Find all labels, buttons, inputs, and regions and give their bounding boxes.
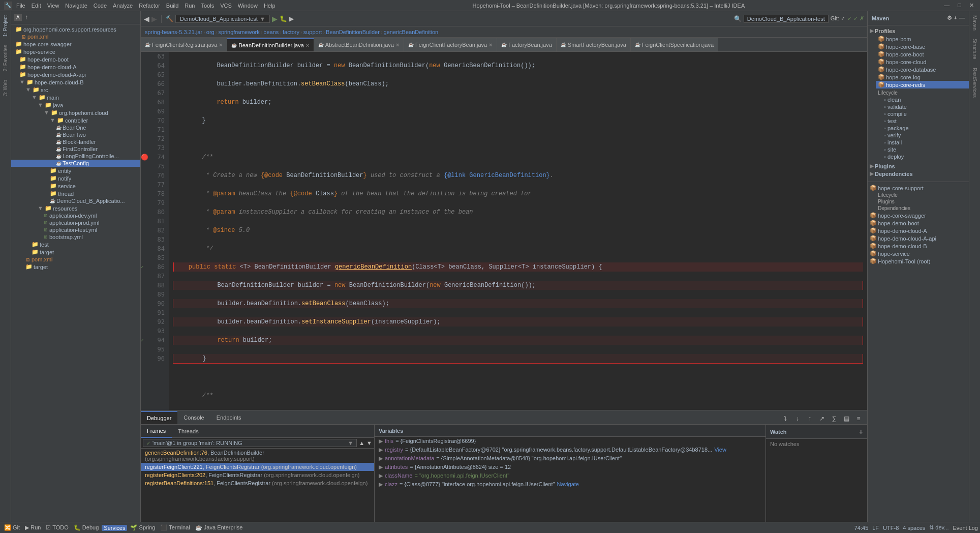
tree-item-resources[interactable]: ▼ 📁 resources	[11, 204, 140, 212]
tab-endpoints[interactable]: Endpoints	[210, 411, 248, 424]
breadcrumb-beans[interactable]: beans	[263, 29, 279, 35]
threads-tab[interactable]: Threads	[172, 425, 204, 438]
tree-item-beantwo[interactable]: ☕ BeanTwo	[11, 131, 140, 138]
debug-step-into[interactable]: ↓	[792, 413, 803, 424]
maven-demo-cloud-a-api[interactable]: 📦hope-demo-cloud-A-api	[868, 234, 969, 242]
maven-hope-core-database[interactable]: 📦hope-core-database	[876, 66, 969, 73]
maven-hope-core-support[interactable]: 📦hope-core-support	[868, 184, 969, 192]
bottom-tabs[interactable]: Debugger Console Endpoints ⤵ ↓ ↑ ↗ ∑ ▤ ≡	[141, 410, 867, 425]
toolbar-back[interactable]: ◀	[144, 15, 149, 23]
lifecycle-clean[interactable]: ◦ clean	[882, 96, 969, 103]
lifecycle-validate[interactable]: ◦ validate	[882, 103, 969, 110]
menu-vcs[interactable]: VCS	[220, 3, 232, 9]
tree-item-beanone[interactable]: ☕ BeanOne	[11, 124, 140, 131]
maven-tree[interactable]: ▶ Profiles 📦hope-bom 📦hope-core-base 📦ho…	[868, 25, 969, 522]
frames-list[interactable]: genericBeanDefinition:76, BeanDefinition…	[141, 449, 374, 522]
tree-item-test[interactable]: 📁 test	[11, 241, 140, 248]
event-log[interactable]: Event Log	[953, 525, 978, 531]
menu-code[interactable]: Code	[94, 3, 107, 9]
tab-feign-registrar[interactable]: ☕ FeignClientsRegistrar.java ✕	[141, 38, 227, 51]
tree-item-pom-2[interactable]: 🗎 pom.xml	[11, 256, 140, 263]
thread-selector[interactable]: ✓ 'main'@1 in group 'main': RUNNING ▼	[143, 439, 357, 447]
var-annotation-metadata[interactable]: ▶ annotationMetadata = {SimpleAnnotation…	[375, 454, 765, 463]
maven-profiles-section[interactable]: ▶ Profiles	[868, 26, 969, 35]
lifecycle-site[interactable]: ◦ site	[882, 146, 969, 153]
close-tab-4[interactable]: ✕	[488, 42, 493, 48]
var-clazz[interactable]: ▶ clazz = {Class@8777} "interface org.ho…	[375, 480, 765, 489]
file-tabs[interactable]: ☕ FeignClientsRegistrar.java ✕ ☕ BeanDef…	[141, 38, 867, 52]
lifecycle-verify[interactable]: ◦ verify	[882, 132, 969, 139]
core-support-lifecycle[interactable]: Lifecycle	[876, 192, 969, 198]
close-tab-2[interactable]: ✕	[305, 43, 310, 48]
frames-tab[interactable]: Frames	[141, 425, 172, 438]
run-button[interactable]: ▶	[272, 15, 278, 23]
menu-file[interactable]: File	[16, 3, 25, 9]
menu-edit[interactable]: Edit	[32, 3, 41, 9]
tab-debugger[interactable]: Debugger	[141, 411, 177, 424]
tree-item-blockhandler[interactable]: ☕ BlockHandler	[11, 138, 140, 145]
tree-item-support-resources[interactable]: 📁 org.hopehomi.core.support.resources	[11, 25, 140, 33]
debug-step-over[interactable]: ⤵	[780, 413, 791, 424]
var-this[interactable]: ▶ this = {FeignClientsRegistrar@6699}	[375, 437, 765, 446]
tab-feign-factory-bean[interactable]: ☕ FeignClientFactoryBean.java ✕	[404, 38, 497, 51]
tree-item-bootstrap[interactable]: 🗎 bootstrap.yml	[11, 233, 140, 241]
menu-analyze[interactable]: Analyze	[113, 3, 133, 9]
breadcrumb-method[interactable]: genericBeanDefinition	[384, 29, 439, 35]
debug-step-out[interactable]: ↑	[804, 413, 815, 424]
toolbar-services[interactable]: Services	[102, 525, 127, 531]
tree-item-thread[interactable]: 📁 thread	[11, 190, 140, 197]
lifecycle-test[interactable]: ◦ test	[882, 117, 969, 125]
vertical-tabs-right[interactable]: Maven Structure RestServices	[969, 11, 980, 522]
tree-item-app-prod[interactable]: 🗎 application-prod.yml	[11, 219, 140, 226]
var-attributes[interactable]: ▶ attributes = {AnnotationAttributes@862…	[375, 463, 765, 471]
tab-bean-definition-builder[interactable]: ☕ BeanDefinitionBuilder.java ✕	[227, 38, 314, 51]
frame-item-2[interactable]: registerFeignClient:221, FeignClientsReg…	[141, 463, 374, 471]
core-support-dependencies[interactable]: Dependencies	[876, 205, 969, 212]
tree-item-src[interactable]: ▼ 📁 src	[11, 86, 140, 94]
breadcrumb-jar[interactable]: spring-beans-5.3.21.jar	[145, 29, 202, 35]
toolbar-debug[interactable]: 🐛 Debug	[72, 524, 101, 531]
menu-refactor[interactable]: Refactor	[139, 3, 160, 9]
tab-console[interactable]: Console	[177, 411, 210, 424]
maven-demo-cloud-a[interactable]: 📦hope-demo-cloud-A	[868, 227, 969, 234]
variables-list[interactable]: ▶ this = {FeignClientsRegistrar@6699} ▶ …	[375, 437, 765, 522]
tab-structure-vert[interactable]: Structure	[970, 35, 979, 64]
maven-hope-core-redis[interactable]: 📦hope-core-redis	[876, 81, 969, 88]
toolbar-terminal[interactable]: ⬛ Terminal	[158, 524, 192, 531]
tree-item-demo-cloud-a-api[interactable]: 📁 hope-demo-cloud-A-api	[11, 71, 140, 78]
maven-hope-core-boot[interactable]: 📦hope-core-boot	[876, 50, 969, 58]
menu-help[interactable]: Help	[264, 3, 275, 9]
menu-build[interactable]: Build	[166, 3, 178, 9]
breadcrumb-factory[interactable]: factory	[283, 29, 299, 35]
tree-item-main[interactable]: ▼ 📁 main	[11, 94, 140, 101]
lifecycle-compile[interactable]: ◦ compile	[882, 110, 969, 117]
toolbar-run[interactable]: ▶ Run	[23, 524, 43, 531]
maven-demo-boot[interactable]: 📦hope-demo-boot	[868, 219, 969, 227]
tab-maven-vert[interactable]: Maven	[970, 11, 979, 35]
toolbar-spring[interactable]: 🌱 Spring	[128, 524, 157, 531]
menu-run[interactable]: Run	[185, 3, 195, 9]
var-registry[interactable]: ▶ registry = {DefaultListableBeanFactory…	[375, 446, 765, 454]
thread-down[interactable]: ▼	[366, 440, 372, 446]
tree-item-testconfig[interactable]: ☕ TestConfig	[11, 160, 140, 167]
menu-navigate[interactable]: Navigate	[65, 3, 87, 9]
maven-hope-core-cloud[interactable]: 📦hope-core-cloud	[876, 58, 969, 66]
maven-hope-bom[interactable]: 📦hope-bom	[876, 35, 969, 43]
toolbar-todo[interactable]: ☑ TODO	[44, 524, 70, 531]
tab-project[interactable]: 1: Project	[1, 11, 10, 41]
tree-item-longpolling[interactable]: ☕ LongPollingControlle...	[11, 153, 140, 160]
menu-view[interactable]: View	[47, 3, 59, 9]
tree-item-pom-1[interactable]: 🗎 pom.xml	[19, 33, 140, 40]
debug-vars[interactable]: ≡	[853, 413, 864, 424]
tree-item-target[interactable]: 📁 target	[11, 248, 140, 256]
menu-window[interactable]: Window	[238, 3, 258, 9]
breadcrumb-springframework[interactable]: springframework	[218, 29, 259, 35]
tree-item-democloudb-app[interactable]: ☕ DemoCloud_B_Applicatio...	[11, 197, 140, 204]
tab-restservices-vert[interactable]: RestServices	[970, 64, 979, 102]
tab-favorites[interactable]: 2: Favorites	[1, 41, 10, 75]
lifecycle-package[interactable]: ◦ package	[882, 125, 969, 132]
tree-item-entity[interactable]: 📁 entity	[11, 167, 140, 174]
tree-item-demo-cloud-a[interactable]: 📁 hope-demo-cloud-A	[11, 63, 140, 71]
tree-item-app-dev[interactable]: 🗎 application-dev.yml	[11, 212, 140, 219]
menu-tools[interactable]: Tools	[201, 3, 214, 9]
